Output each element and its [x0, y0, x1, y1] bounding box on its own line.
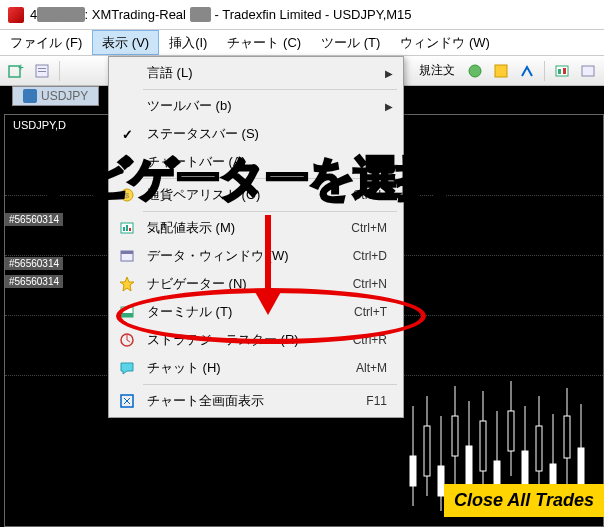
svg-rect-30 [536, 426, 542, 471]
submenu-arrow-icon: ▶ [385, 68, 397, 79]
tester-icon [115, 332, 139, 348]
menuitem-13[interactable]: チャット (H)Alt+M [111, 354, 401, 382]
svg-marker-45 [120, 277, 134, 291]
svg-rect-3 [38, 68, 46, 69]
menuitem-2[interactable]: ツールバー (b)▶ [111, 92, 401, 120]
menuitem-shortcut: Ctrl+N [353, 277, 397, 291]
svg-rect-34 [564, 416, 570, 458]
close-all-trades-banner[interactable]: Close All Trades [444, 484, 604, 517]
menuitem-shortcut: Alt+M [356, 361, 397, 375]
toolbar-marketwatch-icon[interactable] [550, 59, 574, 83]
menuitem-label: 気配値表示 (M) [139, 219, 351, 237]
svg-rect-9 [563, 68, 566, 74]
menuitem-15[interactable]: チャート全画面表示F11 [111, 387, 401, 415]
submenu-arrow-icon: ▶ [385, 101, 397, 112]
svg-rect-14 [424, 426, 430, 476]
menuitem-shortcut: Ctrl+M [351, 221, 397, 235]
fullscreen-icon [115, 393, 139, 409]
svg-rect-10 [582, 66, 594, 76]
menuitem-label: チャット (H) [139, 359, 356, 377]
svg-rect-28 [522, 451, 528, 486]
window-titlebar: 4XXXXX: XMTrading-Real XX - Tradexfin Li… [0, 0, 604, 30]
toolbar-profiles-icon[interactable] [30, 59, 54, 83]
chart-tab[interactable]: USDJPY [12, 86, 99, 106]
menuitem-label: ツールバー (b) [139, 97, 375, 115]
svg-rect-4 [38, 71, 46, 72]
svg-rect-41 [126, 225, 128, 231]
toolbar-neworder-label[interactable]: 規注文 [413, 62, 461, 79]
menuitem-0[interactable]: 言語 (L)▶ [111, 59, 401, 87]
menubar: ファイル (F) 表示 (V) 挿入(I) チャート (C) ツール (T) ウ… [0, 30, 604, 56]
menuitem-shortcut: Ctrl+D [353, 249, 397, 263]
svg-rect-26 [508, 411, 514, 451]
svg-rect-44 [121, 251, 133, 254]
menuitem-shortcut: F11 [366, 394, 397, 408]
toolbar-signals-icon[interactable] [515, 59, 539, 83]
svg-rect-20 [466, 446, 472, 486]
svg-text:+: + [18, 63, 24, 73]
market-icon [115, 220, 139, 236]
toolbar-expert-icon[interactable] [463, 59, 487, 83]
chat-icon [115, 360, 139, 376]
menu-insert[interactable]: 挿入(I) [159, 30, 217, 55]
toolbar-newchart-icon[interactable]: + [4, 59, 28, 83]
chart-symbol-label: USDJPY,D [13, 119, 66, 131]
star-icon [115, 276, 139, 292]
check-icon: ✓ [115, 127, 139, 142]
svg-point-5 [469, 65, 481, 77]
svg-rect-6 [495, 65, 507, 77]
svg-marker-51 [254, 290, 282, 315]
annotation-arrow-icon [248, 210, 288, 320]
svg-rect-22 [480, 421, 486, 471]
menuitem-label: 言語 (L) [139, 64, 375, 82]
menuitem-label: ステータスバー (S) [139, 125, 387, 143]
price-label: #56560314 [5, 275, 63, 288]
toolbar-mql-icon[interactable] [489, 59, 513, 83]
window-title: 4XXXXX: XMTrading-Real XX - Tradexfin Li… [30, 7, 412, 22]
svg-rect-40 [123, 227, 125, 231]
menuitem-3[interactable]: ✓ステータスバー (S) [111, 120, 401, 148]
menuitem-label: データ・ウィンドウ (W) [139, 247, 353, 265]
svg-rect-18 [452, 416, 458, 456]
svg-rect-12 [410, 456, 416, 486]
chart-tab-icon [23, 89, 37, 103]
menu-window[interactable]: ウィンドウ (W) [390, 30, 500, 55]
window-icon [115, 248, 139, 264]
price-label: #56560314 [5, 257, 63, 270]
menu-chart[interactable]: チャート (C) [217, 30, 311, 55]
svg-rect-36 [578, 448, 584, 486]
annotation-text: ナビゲーターを選択 [40, 148, 594, 210]
menu-file[interactable]: ファイル (F) [0, 30, 92, 55]
svg-rect-8 [558, 69, 561, 74]
menuitem-label: チャート全画面表示 [139, 392, 366, 410]
price-label: #56560314 [5, 213, 63, 226]
menu-view[interactable]: 表示 (V) [92, 30, 159, 55]
menu-tools[interactable]: ツール (T) [311, 30, 390, 55]
chart-tab-label: USDJPY [41, 89, 88, 103]
svg-rect-7 [556, 66, 568, 76]
toolbar-more-icon[interactable] [576, 59, 600, 83]
svg-rect-42 [129, 228, 131, 231]
app-icon [8, 7, 24, 23]
